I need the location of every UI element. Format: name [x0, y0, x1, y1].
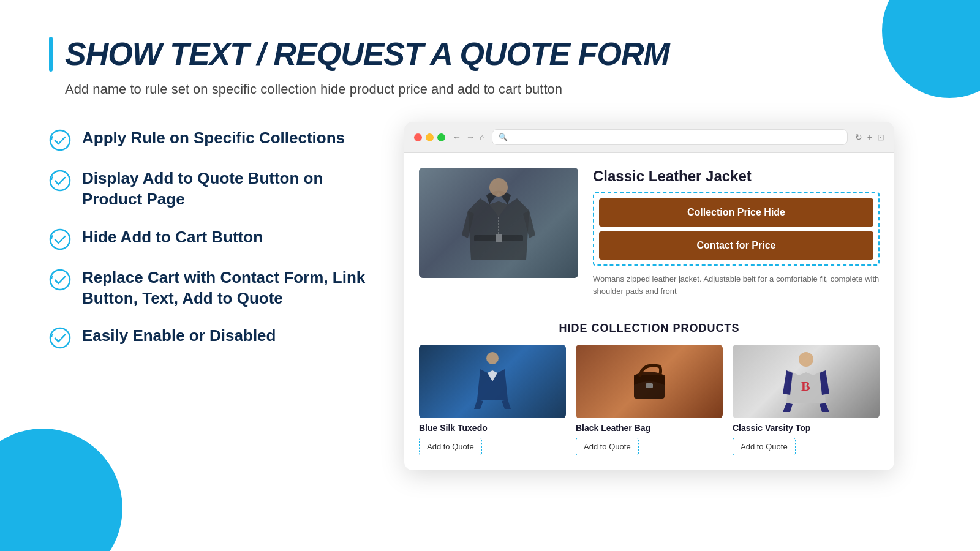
svg-point-7	[489, 178, 508, 197]
product-image	[419, 168, 578, 278]
feature-item-5: Easily Enable or Disabled	[49, 326, 368, 349]
collection-img-2	[576, 345, 723, 418]
tuxedo-image-placeholder	[419, 345, 566, 418]
collection-img-3: B	[733, 345, 880, 418]
browser-home-icon[interactable]: ⌂	[480, 132, 484, 142]
product-image-placeholder	[419, 168, 578, 278]
price-buttons-container: Collection Price Hide Contact for Price	[593, 192, 880, 266]
varsity-image-placeholder: B	[733, 345, 880, 418]
feature-item-4: Replace Cart with Contact Form, Link But…	[49, 268, 368, 309]
svg-point-13	[799, 352, 813, 367]
check-circle-icon-5	[49, 327, 71, 349]
tuxedo-illustration	[474, 351, 511, 412]
svg-point-2	[50, 230, 70, 249]
browser-window: ← → ⌂ 🔍 ↻ + ⊡	[404, 122, 894, 470]
browser-dots	[414, 133, 445, 141]
add-to-quote-button-1[interactable]: Add to Quote	[419, 438, 482, 455]
features-column: Apply Rule on Specific Collections Displ…	[49, 122, 368, 527]
header-section: SHOW TEXT / REQUEST A QUOTE FORM Add nam…	[49, 37, 931, 97]
browser-forward-icon[interactable]: →	[466, 132, 475, 142]
main-content: SHOW TEXT / REQUEST A QUOTE FORM Add nam…	[0, 0, 980, 551]
collection-item-name-2: Black Leather Bag	[576, 423, 723, 433]
check-circle-icon-3	[49, 228, 71, 250]
add-to-quote-button-3[interactable]: Add to Quote	[733, 438, 796, 455]
bag-illustration	[625, 357, 674, 406]
collection-img-1	[419, 345, 566, 418]
page-title: SHOW TEXT / REQUEST A QUOTE FORM	[65, 37, 669, 72]
browser-nav: ← → ⌂	[453, 132, 484, 142]
browser-dot-green[interactable]	[437, 133, 445, 141]
browser-column: ← → ⌂ 🔍 ↻ + ⊡	[404, 122, 931, 527]
check-circle-icon-4	[49, 269, 71, 291]
collection-price-hide-button[interactable]: Collection Price Hide	[599, 198, 873, 227]
svg-rect-6	[496, 234, 502, 242]
product-description: Womans zipped leather jacket. Adjustable…	[593, 273, 880, 297]
svg-point-1	[50, 171, 70, 190]
feature-text-5: Easily Enable or Disabled	[82, 326, 276, 347]
collection-item-2: Black Leather Bag Add to Quote	[576, 345, 723, 455]
bag-image-placeholder	[576, 345, 723, 418]
browser-content: Classic Leather Jacket Collection Price …	[404, 153, 894, 470]
collection-section-title: HIDE COLLECTION PRODUCTS	[419, 322, 880, 335]
browser-back-icon[interactable]: ←	[453, 132, 461, 142]
svg-rect-12	[646, 383, 653, 388]
title-bar-accent	[49, 37, 53, 72]
feature-text-1: Apply Rule on Specific Collections	[82, 128, 345, 149]
browser-add-tab-icon[interactable]: +	[867, 132, 872, 142]
svg-point-4	[50, 328, 70, 348]
svg-point-9	[486, 352, 499, 364]
title-wrapper: SHOW TEXT / REQUEST A QUOTE FORM	[49, 37, 931, 72]
feature-text-2: Display Add to Quote Button on Product P…	[82, 168, 368, 210]
add-to-quote-button-2[interactable]: Add to Quote	[576, 438, 639, 455]
svg-point-0	[50, 130, 70, 150]
browser-dot-yellow[interactable]	[426, 133, 434, 141]
product-section: Classic Leather Jacket Collection Price …	[419, 168, 880, 297]
feature-text-4: Replace Cart with Contact Form, Link But…	[82, 268, 368, 309]
browser-address-bar[interactable]: 🔍	[492, 129, 847, 145]
contact-for-price-button[interactable]: Contact for Price	[599, 231, 873, 260]
feature-item-1: Apply Rule on Specific Collections	[49, 128, 368, 151]
feature-text-3: Hide Add to Cart Button	[82, 227, 263, 248]
browser-refresh-icon[interactable]: ↻	[855, 132, 862, 142]
collection-item-1: Blue Silk Tuxedo Add to Quote	[419, 345, 566, 455]
feature-item-2: Display Add to Quote Button on Product P…	[49, 168, 368, 210]
search-icon: 🔍	[499, 133, 508, 141]
collection-item-name-1: Blue Silk Tuxedo	[419, 423, 566, 433]
product-name: Classic Leather Jacket	[593, 168, 880, 185]
collection-grid: Blue Silk Tuxedo Add to Quote	[419, 345, 880, 455]
collection-section: HIDE COLLECTION PRODUCTS	[419, 312, 880, 455]
browser-toolbar: ← → ⌂ 🔍 ↻ + ⊡	[404, 122, 894, 153]
page-subtitle: Add name to rule set on specific collect…	[65, 81, 931, 97]
two-col-layout: Apply Rule on Specific Collections Displ…	[49, 122, 931, 527]
browser-actions: ↻ + ⊡	[855, 132, 884, 142]
jacket-illustration	[462, 174, 535, 272]
product-info: Classic Leather Jacket Collection Price …	[593, 168, 880, 297]
check-circle-icon-1	[49, 129, 71, 151]
varsity-illustration: B	[782, 351, 831, 412]
collection-item-name-3: Classic Varsity Top	[733, 423, 880, 433]
check-circle-icon-2	[49, 170, 71, 192]
svg-text:B: B	[801, 378, 810, 394]
browser-dot-red[interactable]	[414, 133, 422, 141]
svg-point-3	[50, 270, 70, 290]
collection-item-3: B Classic Va	[733, 345, 880, 455]
browser-menu-icon[interactable]: ⊡	[877, 132, 884, 142]
feature-item-3: Hide Add to Cart Button	[49, 227, 368, 250]
